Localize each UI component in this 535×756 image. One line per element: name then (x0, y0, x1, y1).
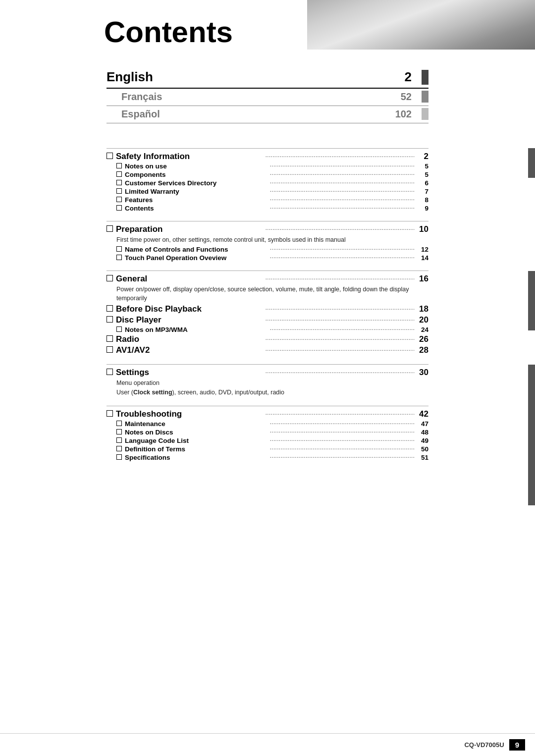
entry-customer-services: Customer Services Directory 6 (107, 179, 428, 187)
name-controls-label: Name of Controls and Functions (125, 246, 270, 253)
before-disc-dots (266, 306, 415, 312)
maintenance-label: Maintenance (125, 420, 270, 428)
language-block: English 2 Français 52 Español 102 (107, 69, 428, 123)
general-page: 16 (415, 274, 428, 284)
checkbox-notes-on-use (116, 163, 122, 168)
footer-model: CQ-VD7005U (464, 741, 504, 749)
settings-label: Settings (116, 368, 266, 378)
checkbox-components (116, 171, 122, 177)
section-divider-general (107, 270, 428, 271)
mp3-wma-dots (270, 326, 415, 332)
customer-services-label: Customer Services Directory (125, 179, 270, 187)
preparation-page: 10 (415, 224, 428, 234)
page-wrapper: Contents English 2 Français 52 Español 1… (0, 0, 535, 756)
entry-mp3-wma: Notes on MP3/WMA 24 (107, 326, 428, 333)
entry-name-controls: Name of Controls and Functions 12 (107, 246, 428, 253)
checkbox-definition-terms (116, 446, 122, 451)
specifications-dots (270, 454, 415, 460)
safety-page: 2 (415, 152, 428, 162)
lang-name-francais: Français (107, 91, 206, 103)
section-settings: Settings 30 Menu operationUser (Clock se… (107, 368, 428, 396)
checkbox-name-controls (116, 246, 122, 252)
radio-label: Radio (116, 334, 266, 344)
safety-label: Safety Information (116, 152, 266, 162)
header-background (307, 0, 535, 50)
features-label: Features (125, 196, 270, 204)
checkbox-language-code (116, 437, 122, 443)
general-dots (266, 275, 415, 281)
name-controls-page: 12 (415, 246, 428, 253)
entry-maintenance: Maintenance 47 (107, 420, 428, 428)
entry-before-disc: Before Disc Playback 18 (107, 304, 428, 314)
entry-radio: Radio 26 (107, 334, 428, 344)
specifications-label: Specifications (125, 454, 270, 461)
toc-container: Safety Information 2 Notes on use 5 Comp… (107, 148, 428, 461)
general-desc: Power on/power off, display open/close, … (107, 285, 428, 303)
section-troubleshooting: Troubleshooting 42 Maintenance 47 Notes … (107, 409, 428, 461)
av-label: AV1/AV2 (116, 345, 266, 355)
touch-panel-label: Touch Panel Operation Oveview (125, 254, 270, 262)
section-divider-safety (107, 148, 428, 149)
page-title: Contents (104, 15, 233, 49)
touch-panel-dots (270, 254, 415, 260)
disc-player-page: 20 (415, 315, 428, 325)
lang-name-espanol: Español (107, 108, 206, 120)
language-english: English 2 (107, 69, 428, 89)
components-label: Components (125, 171, 270, 178)
notes-on-discs-page: 48 (415, 429, 428, 436)
checkbox-settings (107, 369, 113, 375)
limited-warranty-page: 7 (415, 188, 428, 195)
main-content: English 2 Français 52 Español 102 (0, 69, 535, 502)
section-accent-safety (528, 148, 535, 178)
section-divider-settings (107, 364, 428, 365)
entry-troubleshooting-main: Troubleshooting 42 (107, 409, 428, 419)
checkbox-customer-services (116, 180, 122, 185)
section-divider-troubleshooting (107, 406, 428, 406)
entry-specifications: Specifications 51 (107, 454, 428, 461)
entry-general-main: General 16 (107, 274, 428, 284)
entry-components: Components 5 (107, 171, 428, 178)
lang-tab-francais (422, 91, 428, 103)
checkbox-safety (107, 153, 113, 159)
section-accent-general (528, 271, 535, 330)
entry-disc-player: Disc Player 20 (107, 315, 428, 325)
mp3-wma-label: Notes on MP3/WMA (125, 326, 270, 333)
checkbox-general (107, 275, 113, 281)
mp3-wma-page: 24 (415, 326, 428, 333)
footer-page: 9 (509, 739, 525, 751)
language-code-dots (270, 437, 415, 443)
av-dots (266, 347, 415, 353)
entry-definition-terms: Definition of Terms 50 (107, 445, 428, 453)
lang-tab-english (422, 70, 428, 85)
specifications-page: 51 (415, 454, 428, 461)
radio-dots (266, 336, 415, 342)
notes-on-use-dots (270, 162, 415, 168)
safety-dots (266, 153, 415, 159)
footer: CQ-VD7005U 9 (0, 733, 535, 756)
preparation-label: Preparation (116, 224, 266, 234)
language-espanol: Español 102 (107, 108, 428, 123)
checkbox-specifications (116, 454, 122, 460)
entry-contents: Contents 9 (107, 205, 428, 212)
section-preparation: Preparation 10 First time power on, othe… (107, 224, 428, 262)
limited-warranty-label: Limited Warranty (125, 188, 270, 195)
av-page: 28 (415, 345, 428, 355)
preparation-dots (266, 226, 415, 232)
notes-on-use-page: 5 (415, 162, 428, 170)
entry-features: Features 8 (107, 196, 428, 204)
troubleshooting-label: Troubleshooting (116, 409, 266, 419)
definition-terms-label: Definition of Terms (125, 445, 270, 453)
checkbox-contents (116, 205, 122, 211)
customer-services-dots (270, 179, 415, 185)
entry-av: AV1/AV2 28 (107, 345, 428, 355)
section-safety: Safety Information 2 Notes on use 5 Comp… (107, 152, 428, 212)
disc-player-label: Disc Player (116, 315, 266, 325)
lang-page-espanol: 102 (395, 108, 412, 120)
notes-on-discs-dots (270, 429, 415, 434)
entry-notes-on-use: Notes on use 5 (107, 162, 428, 170)
section-divider-preparation (107, 221, 428, 221)
entry-notes-on-discs: Notes on Discs 48 (107, 429, 428, 436)
touch-panel-page: 14 (415, 254, 428, 262)
entry-language-code: Language Code List 49 (107, 437, 428, 444)
limited-warranty-dots (270, 188, 415, 194)
